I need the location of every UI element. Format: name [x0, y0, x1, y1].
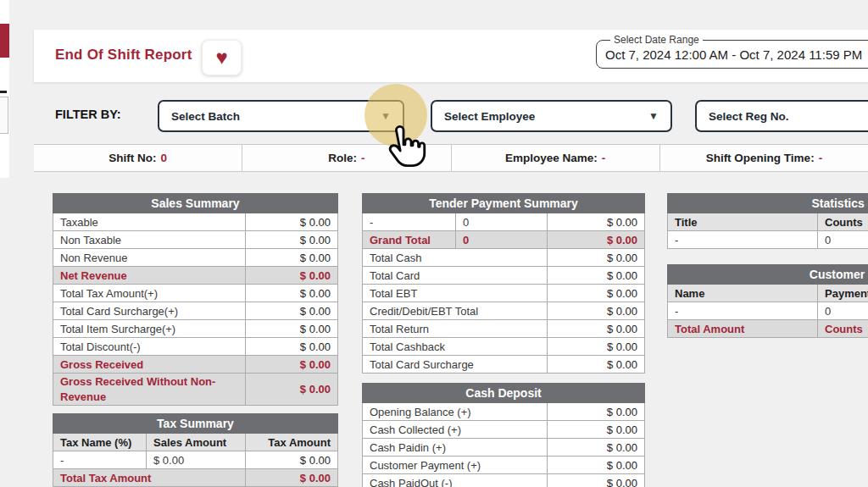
table-row: Total Tax Amount(+)$ 0.00	[53, 285, 338, 302]
table-row: - 0 $ 0.00	[363, 213, 645, 231]
table-row: Credit/Debit/EBT Total$ 0.00	[363, 302, 645, 320]
date-range-value: Oct 7, 2024 12:00 AM - Oct 7, 2024 11:59…	[605, 47, 868, 62]
select-batch-placeholder: Select Batch	[171, 110, 240, 123]
table-row-total: Net Revenue$ 0.00	[53, 267, 338, 285]
tax-summary-table: Tax Summary Tax Name (%) Sales Amount Ta…	[53, 413, 338, 487]
employee-name-cell: Employee Name: -	[452, 145, 660, 171]
report-header-card: End Of Shift Report ♥ Select Date Range …	[34, 30, 868, 82]
statistics-summary-title: Statistics Summary	[668, 194, 868, 213]
table-row: - $ 0.00 $ 0.00	[53, 451, 338, 469]
select-employee-placeholder: Select Employee	[444, 110, 535, 123]
table-row: Cash Collected (+)$ 0.00	[363, 421, 645, 439]
table-row: - 0	[668, 231, 868, 249]
tax-summary-title: Tax Summary	[53, 414, 338, 434]
table-header-row: Tax Name (%) Sales Amount Tax Amount	[53, 434, 338, 451]
cash-deposit-title: Cash Deposit	[363, 384, 645, 403]
table-row-total: Total Amount Counts	[668, 320, 868, 338]
table-row-total: Grand Total 0 $ 0.00	[363, 231, 645, 249]
customer-payments-table: Customer Payments Name Payment - 0 Total…	[667, 264, 868, 338]
shift-info-bar: Shift No: 0 Role: - Employee Name: - Shi…	[34, 144, 868, 172]
table-row-total: Gross Received Without Non-Revenue$ 0.00	[53, 374, 338, 406]
table-row: Taxable$ 0.00	[53, 213, 338, 231]
select-employee-dropdown[interactable]: Select Employee ▼	[431, 100, 672, 132]
chevron-down-icon: ▼	[648, 110, 659, 122]
table-row: Customer Payment (+)$ 0.00	[363, 457, 645, 474]
table-header-row: Name Payment	[668, 285, 868, 302]
customer-payments-title: Customer Payments	[668, 265, 868, 285]
left-edge-accent-block	[0, 24, 9, 58]
employee-name-label: Employee Name:	[505, 152, 598, 164]
shift-opening-time-label: Shift Opening Time:	[706, 152, 815, 164]
favorite-button[interactable]: ♥	[202, 40, 242, 75]
table-row: Cash Paidin (+)$ 0.00	[363, 439, 645, 457]
shift-no-cell: Shift No: 0	[34, 145, 242, 171]
end-of-shift-report-page: { "colors": { "brand_red": "#a32638", "t…	[0, 0, 868, 487]
table-row: Total Item Surcharge(+)$ 0.00	[53, 320, 338, 338]
heart-icon: ♥	[215, 47, 227, 68]
page-title: End Of Shift Report	[55, 47, 192, 64]
table-header-row: Title Counts	[668, 213, 868, 231]
table-row: Total EBT$ 0.00	[363, 285, 645, 302]
select-regno-placeholder: Select Reg No.	[709, 110, 789, 123]
table-row: Total Card Surcharge$ 0.00	[363, 356, 645, 374]
table-row: Non Revenue$ 0.00	[53, 249, 338, 267]
left-edge-divider	[0, 91, 7, 93]
role-cell: Role: -	[242, 145, 451, 171]
shift-opening-time-cell: Shift Opening Time: -	[660, 145, 868, 171]
cash-deposit-table: Cash Deposit Opening Balance (+)$ 0.00 C…	[362, 383, 645, 487]
select-batch-dropdown[interactable]: Select Batch ▼	[158, 100, 404, 132]
date-range-label: Select Date Range	[610, 34, 703, 46]
shift-no-value: 0	[160, 152, 167, 164]
table-row-total: Gross Received$ 0.00	[53, 356, 338, 374]
filter-by-label: FILTER BY:	[55, 108, 121, 121]
shift-opening-time-value: -	[819, 152, 823, 164]
sales-summary-table: Sales Summary Taxable$ 0.00 Non Taxable$…	[53, 193, 338, 406]
table-row: Total Return$ 0.00	[363, 320, 645, 338]
tender-payment-summary-title: Tender Payment Summary	[363, 194, 645, 213]
employee-name-value: -	[602, 152, 606, 164]
left-edge-peek-box	[0, 97, 8, 134]
table-row: - 0	[668, 302, 868, 320]
tender-payment-summary-table: Tender Payment Summary - 0 $ 0.00 Grand …	[362, 193, 645, 374]
table-row: Total Card Surcharge(+)$ 0.00	[53, 302, 338, 320]
role-value: -	[361, 152, 365, 164]
sales-summary-title: Sales Summary	[53, 194, 338, 213]
table-row: Total Cashback$ 0.00	[363, 338, 645, 356]
date-range-field[interactable]: Select Date Range Oct 7, 2024 12:00 AM -…	[596, 34, 868, 69]
shift-no-label: Shift No:	[108, 152, 156, 164]
table-row: Non Taxable$ 0.00	[53, 231, 338, 249]
table-row: Opening Balance (+)$ 0.00	[363, 403, 645, 421]
table-row: Total Cash$ 0.00	[363, 249, 645, 267]
select-regno-dropdown[interactable]: Select Reg No. ▼	[695, 100, 868, 132]
statistics-summary-table: Statistics Summary Title Counts - 0	[667, 193, 868, 249]
table-row: Total Card$ 0.00	[363, 267, 645, 285]
table-row: Total Discount(-)$ 0.00	[53, 338, 338, 356]
role-label: Role:	[328, 152, 357, 164]
table-row: Cash PaidOut (-)$ 0.00	[363, 474, 645, 487]
table-row-total: Total Tax Amount $ 0.00	[53, 469, 338, 487]
chevron-down-icon: ▼	[381, 110, 391, 122]
